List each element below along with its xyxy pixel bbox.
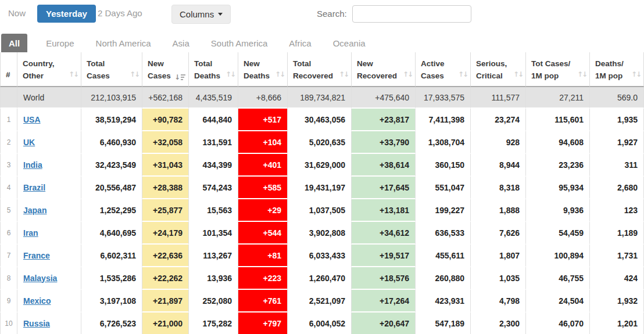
cell-new_deaths: +8,666	[238, 87, 288, 109]
cell-new_cases: +562,168	[142, 87, 189, 109]
column-header-label: Total	[194, 58, 234, 70]
cell-new_deaths: +104	[238, 131, 288, 154]
table-row: 1USA38,519,294+90,782644,840+51730,463,0…	[0, 109, 644, 131]
table-row: 3India32,423,549+31,043434,399+40131,629…	[0, 154, 644, 177]
cell-deaths_per_1m: 1,932	[590, 290, 644, 313]
cell-active_cases: 547,189	[416, 313, 471, 334]
country-link[interactable]: UK	[23, 138, 35, 147]
cell-deaths_per_1m: 1,935	[590, 109, 644, 131]
country-link[interactable]: Russia	[23, 319, 50, 328]
cell-total_cases: 6,460,930	[81, 131, 142, 154]
tab-europe[interactable]: Europe	[38, 34, 81, 52]
cell-country: India	[17, 154, 81, 177]
cell-country: World	[17, 87, 81, 109]
cell-new_recovered: +19,517	[352, 245, 416, 267]
country-link[interactable]: Malaysia	[23, 274, 57, 283]
cell-new_deaths: +761	[238, 290, 288, 313]
country-link[interactable]: Brazil	[23, 183, 45, 192]
table-row: 4Brazil20,556,487+28,388574,243+58519,43…	[0, 177, 644, 199]
cell-deaths_per_1m: 569.0	[590, 87, 644, 109]
sort-icon: ↑↓	[577, 69, 586, 81]
cell-total_cases: 4,640,695	[81, 222, 142, 245]
cell-new_deaths: +517	[238, 109, 288, 131]
search-input[interactable]	[352, 5, 471, 23]
cell-total_deaths: 252,080	[189, 290, 238, 313]
column-header-label: Active	[421, 58, 467, 70]
cell-new_cases: +24,179	[142, 222, 189, 245]
cell-rank: 4	[0, 177, 17, 199]
two-days-ago-button[interactable]: 2 Days Ago	[98, 8, 142, 18]
cell-total_recovered: 19,431,197	[288, 177, 352, 199]
column-header-total_recovered[interactable]: TotalRecovered↑↓	[288, 52, 352, 87]
column-header-deaths_per_1m[interactable]: Deaths/1M pop↑↓	[590, 52, 644, 87]
tab-all[interactable]: All	[1, 34, 27, 52]
column-header-cases_per_1m[interactable]: Tot Cases/1M pop↑↓	[526, 52, 590, 87]
cell-new_cases: +28,388	[142, 177, 189, 199]
cell-serious_critical: 23,274	[471, 109, 526, 131]
columns-dropdown-button[interactable]: Columns	[171, 5, 231, 24]
cell-country: Iran	[17, 222, 81, 245]
cell-new_recovered: +17,645	[352, 177, 416, 199]
column-header-new_cases[interactable]: NewCases↓	[142, 52, 189, 87]
column-header-new_recovered[interactable]: NewRecovered↑↓	[352, 52, 416, 87]
column-header-label: Serious,	[476, 58, 522, 70]
cell-new_cases: +32,058	[142, 131, 189, 154]
column-header-new_deaths[interactable]: NewDeaths↑↓	[238, 52, 288, 87]
cell-new_deaths: +797	[238, 313, 288, 334]
country-link[interactable]: France	[23, 251, 50, 260]
cell-total_deaths: 644,840	[189, 109, 238, 131]
column-header-label: New	[148, 58, 185, 70]
cell-total_deaths: 113,267	[189, 245, 238, 267]
cell-total_recovered: 31,629,000	[288, 154, 352, 177]
cell-total_deaths: 13,936	[189, 267, 238, 290]
cell-total_cases: 38,519,294	[81, 109, 142, 131]
column-header-rank: #	[0, 52, 17, 87]
country-link[interactable]: USA	[23, 115, 41, 124]
yesterday-button[interactable]: Yesterday	[37, 5, 96, 23]
cell-new_cases: +31,043	[142, 154, 189, 177]
cell-cases_per_1m: 46,755	[526, 267, 590, 290]
cell-new_recovered: +13,181	[352, 199, 416, 222]
country-link[interactable]: Mexico	[23, 296, 51, 306]
column-header-label: Total	[293, 58, 348, 70]
tab-oceania[interactable]: Oceania	[325, 34, 373, 52]
cell-cases_per_1m: 27,211	[526, 87, 590, 109]
column-header-label: Deaths/	[595, 58, 640, 70]
sort-icon: ↑↓	[130, 69, 139, 81]
cell-cases_per_1m: 24,504	[526, 290, 590, 313]
cell-new_cases: +90,782	[142, 109, 189, 131]
column-header-label: Total	[87, 58, 138, 70]
tab-africa[interactable]: Africa	[281, 34, 319, 52]
now-button[interactable]: Now	[8, 8, 26, 18]
country-link[interactable]: Japan	[23, 206, 46, 215]
column-header-label: Tot Cases/	[531, 58, 586, 70]
sort-icon: ↑↓	[226, 69, 235, 81]
cell-total_cases: 6,602,311	[81, 245, 142, 267]
column-header-total_deaths[interactable]: TotalDeaths↑↓	[189, 52, 238, 87]
column-header-country[interactable]: Country,Other↑↓	[17, 52, 81, 87]
column-header-label: Country,	[23, 58, 77, 70]
table-row: 10Russia6,726,523+21,000175,282+7976,004…	[0, 313, 644, 334]
table-header: #Country,Other↑↓TotalCases↑↓NewCases↓Tot…	[0, 52, 644, 87]
table-row: 2UK6,460,930+32,058131,591+1045,020,635+…	[0, 131, 644, 154]
country-link[interactable]: India	[23, 160, 42, 170]
cell-cases_per_1m: 9,936	[526, 199, 590, 222]
tab-south-america[interactable]: South America	[203, 34, 276, 52]
table-body: World212,103,915+562,1684,435,519+8,6661…	[0, 87, 644, 334]
continent-tabs: AllEuropeNorth AmericaAsiaSouth AmericaA…	[1, 34, 644, 52]
cell-total_recovered: 3,902,808	[288, 222, 352, 245]
cell-active_cases: 17,933,575	[416, 87, 471, 109]
cell-serious_critical: 7,626	[471, 222, 526, 245]
cell-new_recovered: +18,576	[352, 267, 416, 290]
column-header-serious_critical[interactable]: Serious,Critical↑↓	[471, 52, 526, 87]
column-header-label: #	[6, 69, 13, 81]
cell-rank: 3	[0, 154, 17, 177]
column-header-active_cases[interactable]: ActiveCases↑↓	[416, 52, 471, 87]
cell-serious_critical: 2,300	[471, 313, 526, 334]
country-link[interactable]: Iran	[23, 228, 38, 238]
tab-north-america[interactable]: North America	[88, 34, 159, 52]
sort-icon: ↑↓	[69, 69, 78, 81]
cell-active_cases: 260,880	[416, 267, 471, 290]
tab-asia[interactable]: Asia	[165, 34, 197, 52]
column-header-total_cases[interactable]: TotalCases↑↓	[81, 52, 142, 87]
